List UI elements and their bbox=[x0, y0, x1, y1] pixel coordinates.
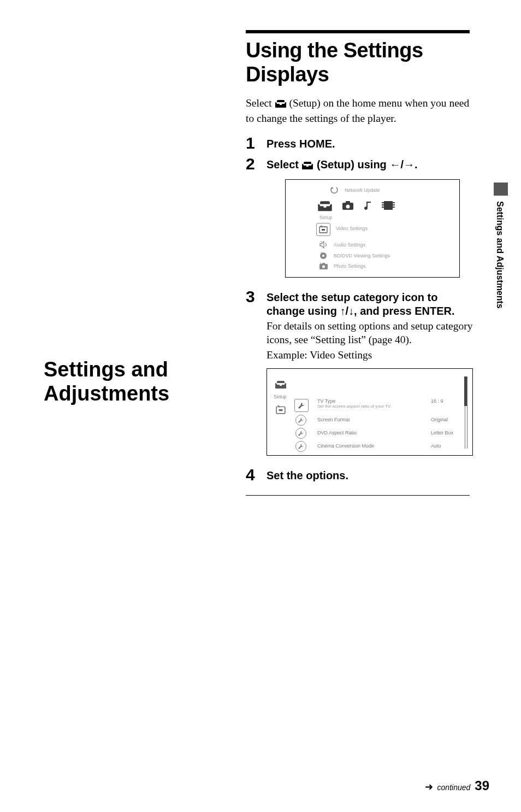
svg-rect-22 bbox=[280, 384, 282, 386]
svg-rect-12 bbox=[393, 202, 395, 203]
side-tab-label: Settings and Adjustments bbox=[495, 201, 505, 309]
item-1-value: Original bbox=[431, 417, 448, 422]
item-3-value: Auto bbox=[431, 443, 441, 449]
step-3: 3 Select the setup category icon to chan… bbox=[246, 289, 470, 456]
step-1: 1 Press HOME. bbox=[246, 135, 470, 151]
right-arrow-icon: → bbox=[404, 158, 415, 170]
step-1-heading: Press HOME. bbox=[267, 137, 470, 151]
section-end-rule bbox=[246, 495, 470, 496]
video-settings-category-icon bbox=[275, 405, 287, 417]
item-2-value: Letter Box bbox=[431, 430, 453, 436]
photo-settings-label: Photo Settings bbox=[334, 263, 366, 269]
step-2: 2 Select (Setup) using ←/→. Network Upda… bbox=[246, 156, 470, 278]
item-3-title: Cinema Conversion Mode bbox=[317, 443, 374, 449]
step-3-body-2: Example: Video Settings bbox=[267, 348, 473, 362]
chapter-title-block: Settings and Adjustments bbox=[44, 358, 224, 405]
page-footer: ➜ continued 39 bbox=[425, 778, 489, 793]
setup-toolbox-icon bbox=[301, 159, 313, 173]
svg-rect-24 bbox=[279, 409, 283, 411]
chapter-title-line1: Settings and bbox=[44, 358, 224, 382]
svg-rect-14 bbox=[393, 207, 395, 208]
step-3-heading-post: , and press ENTER. bbox=[354, 305, 455, 317]
step-1-number: 1 bbox=[246, 135, 267, 151]
up-arrow-icon: ↑ bbox=[340, 305, 345, 317]
setup-column-label: Setup bbox=[319, 215, 333, 220]
wrench-icon-selected bbox=[294, 399, 309, 412]
intro-paragraph: Select (Setup) on the home menu when you… bbox=[246, 96, 470, 125]
svg-rect-0 bbox=[280, 103, 282, 105]
svg-rect-1 bbox=[306, 165, 309, 167]
setup-toolbox-icon bbox=[317, 199, 333, 214]
left-arrow-icon: ← bbox=[389, 158, 400, 170]
step-2-heading-post: . bbox=[415, 158, 418, 170]
item-2-title: DVD Aspect Ratio bbox=[317, 430, 357, 436]
step-3-heading-line2: change using ↑/↓, and press ENTER. bbox=[267, 304, 473, 318]
setup-toolbox-icon bbox=[275, 380, 287, 391]
network-update-label: Network Update bbox=[345, 187, 380, 193]
network-update-icon bbox=[329, 186, 339, 194]
step-2-heading-pre: Select bbox=[267, 158, 301, 170]
svg-rect-16 bbox=[322, 229, 325, 231]
step-4-number: 4 bbox=[246, 467, 267, 483]
section-title-line2: Displays bbox=[246, 63, 470, 87]
svg-rect-10 bbox=[382, 204, 384, 205]
video-category-icon bbox=[382, 201, 395, 212]
step-2-heading: Select (Setup) using ←/→. bbox=[267, 158, 470, 173]
continued-arrow-icon: ➜ bbox=[425, 781, 433, 793]
item-0-title: TV Type bbox=[317, 398, 335, 404]
page-number: 39 bbox=[475, 778, 489, 793]
screenshot-video-settings: Setup TV Type Set the screen aspect rati… bbox=[267, 368, 473, 456]
scrollbar bbox=[464, 376, 467, 449]
bd-dvd-settings-icon bbox=[318, 252, 328, 260]
svg-rect-4 bbox=[346, 201, 350, 204]
svg-point-18 bbox=[322, 255, 324, 257]
wrench-icon bbox=[295, 415, 306, 426]
svg-point-5 bbox=[346, 205, 350, 209]
photo-category-icon bbox=[342, 201, 353, 212]
wrench-icon bbox=[295, 441, 306, 452]
audio-settings-icon bbox=[318, 241, 328, 249]
step-3-number: 3 bbox=[246, 289, 267, 305]
side-tab-marker bbox=[494, 183, 508, 196]
intro-text-pre: Select bbox=[246, 97, 275, 109]
setup-toolbox-icon bbox=[275, 97, 287, 111]
item-0-sub: Set the screen aspect ratio of your TV. bbox=[317, 404, 392, 409]
screenshot-setup-menu: Network Update Setup Video Settings bbox=[285, 179, 460, 278]
step-4: 4 Set the options. bbox=[246, 467, 470, 483]
video-settings-label: Video Settings bbox=[336, 226, 368, 231]
svg-rect-2 bbox=[323, 205, 326, 208]
bd-dvd-settings-label: BD/DVD Viewing Settings bbox=[334, 253, 390, 258]
chapter-title-line2: Adjustments bbox=[44, 382, 224, 406]
wrench-icon bbox=[295, 428, 306, 439]
section-title-line1: Using the Settings bbox=[246, 39, 470, 63]
svg-rect-9 bbox=[382, 202, 384, 203]
photo-settings-icon bbox=[318, 263, 328, 269]
continued-label: continued bbox=[437, 783, 471, 792]
step-2-heading-mid: (Setup) using bbox=[317, 158, 389, 170]
svg-rect-13 bbox=[393, 204, 395, 205]
step-2-number: 2 bbox=[246, 156, 267, 172]
item-0-value: 16 : 9 bbox=[431, 398, 443, 404]
down-arrow-icon: ↓ bbox=[348, 305, 354, 317]
xmb-header-row bbox=[317, 199, 395, 214]
svg-rect-20 bbox=[322, 263, 325, 264]
svg-point-21 bbox=[322, 266, 325, 268]
item-1-title: Screen Format bbox=[317, 417, 350, 422]
step-3-heading-pre: change using bbox=[267, 305, 340, 317]
video-settings-selected-icon bbox=[316, 223, 330, 236]
step-3-body-1: For details on setting options and setup… bbox=[267, 319, 473, 347]
side-tab: Settings and Adjustments bbox=[494, 183, 508, 329]
audio-settings-label: Audio Settings bbox=[334, 242, 365, 248]
svg-rect-11 bbox=[382, 207, 384, 208]
step-4-heading: Set the options. bbox=[267, 469, 470, 483]
heading-rule bbox=[246, 30, 470, 33]
setup-label-small: Setup bbox=[274, 394, 287, 399]
step-3-heading-line1: Select the setup category icon to bbox=[267, 291, 473, 304]
music-category-icon bbox=[363, 201, 372, 213]
